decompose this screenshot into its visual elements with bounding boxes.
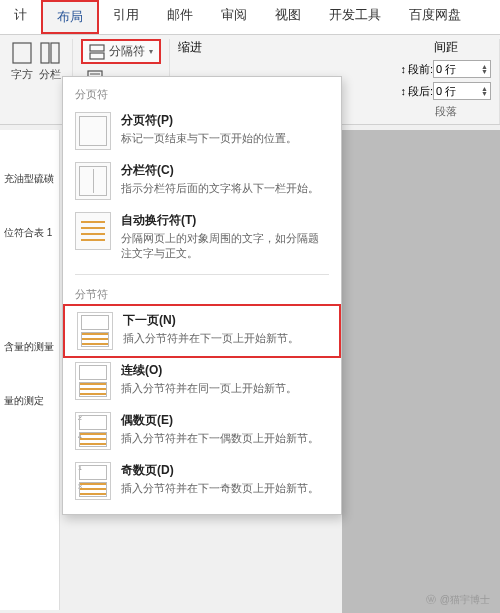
svg-rect-4 — [90, 53, 104, 59]
tab-devtools[interactable]: 开发工具 — [315, 0, 395, 34]
tab-design[interactable]: 计 — [0, 0, 41, 34]
menu-item-title: 自动换行符(T) — [121, 212, 329, 229]
menu-item-desc: 插入分节符并在下一页上开始新节。 — [123, 331, 327, 346]
menu-item-desc: 插入分节符并在下一偶数页上开始新节。 — [121, 431, 329, 446]
odd-page-icon: 13 — [75, 462, 111, 500]
columns-label: 分栏 — [39, 67, 61, 82]
spinner-arrows-icon[interactable]: ▲▼ — [481, 86, 488, 96]
paragraph-group-label: 段落 — [435, 104, 457, 119]
breaks-button[interactable]: 分隔符 ▾ — [81, 39, 161, 64]
columns-button[interactable]: 分栏 — [36, 39, 64, 84]
tab-review[interactable]: 审阅 — [207, 0, 261, 34]
next-page-icon — [77, 312, 113, 350]
text-direction-button[interactable]: 字方 — [8, 39, 36, 84]
menu-section-sectionbreaks: 分节符 — [63, 281, 341, 306]
spacing-after-label: 段后: — [408, 84, 433, 99]
menu-item-title: 分栏符(C) — [121, 162, 329, 179]
tab-view[interactable]: 视图 — [261, 0, 315, 34]
spacing-after-spinner[interactable]: 0 行 ▲▼ — [433, 82, 491, 100]
continuous-icon — [75, 362, 111, 400]
tab-layout[interactable]: 布局 — [41, 0, 99, 34]
ribbon-tabs: 计 布局 引用 邮件 审阅 视图 开发工具 百度网盘 — [0, 0, 500, 35]
menu-item-desc: 标记一页结束与下一页开始的位置。 — [121, 131, 329, 146]
spacing-before-label: 段前: — [408, 62, 433, 77]
menu-item-page-break[interactable]: 分页符(P) 标记一页结束与下一页开始的位置。 — [63, 106, 341, 156]
text-direction-label: 字方 — [11, 67, 33, 82]
menu-item-desc: 指示分栏符后面的文字将从下一栏开始。 — [121, 181, 329, 196]
menu-item-continuous[interactable]: 连续(O) 插入分节符并在同一页上开始新节。 — [63, 356, 341, 406]
svg-rect-3 — [90, 45, 104, 51]
document-background — [342, 130, 500, 613]
doc-text-line: 量的测定 — [4, 394, 55, 408]
menu-item-desc: 插入分节符并在下一奇数页上开始新节。 — [121, 481, 329, 496]
spinner-arrows-icon[interactable]: ▲▼ — [481, 64, 488, 74]
svg-rect-2 — [51, 43, 59, 63]
spacing-heading: 间距 — [400, 39, 491, 56]
menu-item-even-page[interactable]: 24 偶数页(E) 插入分节符并在下一偶数页上开始新节。 — [63, 406, 341, 456]
doc-text-line: 充油型硫磺 — [4, 172, 55, 186]
menu-item-title: 分页符(P) — [121, 112, 329, 129]
menu-item-title: 下一页(N) — [123, 312, 327, 329]
spacing-after-icon: ↕ — [400, 85, 406, 97]
breaks-dropdown-menu: 分页符 分页符(P) 标记一页结束与下一页开始的位置。 分栏符(C) 指示分栏符… — [62, 76, 342, 515]
spacing-before-value: 0 行 — [436, 62, 456, 77]
menu-item-title: 连续(O) — [121, 362, 329, 379]
menu-item-title: 偶数页(E) — [121, 412, 329, 429]
tab-mailings[interactable]: 邮件 — [153, 0, 207, 34]
tab-references[interactable]: 引用 — [99, 0, 153, 34]
menu-separator — [75, 274, 329, 275]
menu-section-pagebreaks: 分页符 — [63, 81, 341, 106]
doc-text-line: 位符合表 1 — [4, 226, 55, 240]
breaks-label: 分隔符 — [109, 43, 145, 60]
spacing-after-value: 0 行 — [436, 84, 456, 99]
spacing-before-icon: ↕ — [400, 63, 406, 75]
indent-heading: 缩进 — [178, 39, 202, 56]
menu-item-column-break[interactable]: 分栏符(C) 指示分栏符后面的文字将从下一栏开始。 — [63, 156, 341, 206]
menu-item-desc: 分隔网页上的对象周围的文字，如分隔题注文字与正文。 — [121, 231, 329, 262]
page-break-icon — [75, 112, 111, 150]
document-area[interactable]: 充油型硫磺 位符合表 1 含量的测量 量的测定 — [0, 130, 60, 610]
watermark: ⓦ @猫宇博士 — [426, 593, 490, 607]
menu-item-odd-page[interactable]: 13 奇数页(D) 插入分节符并在下一奇数页上开始新节。 — [63, 456, 341, 506]
column-break-icon — [75, 162, 111, 200]
menu-item-desc: 插入分节符并在同一页上开始新节。 — [121, 381, 329, 396]
svg-rect-0 — [13, 43, 31, 63]
text-wrap-icon — [75, 212, 111, 250]
spacing-before-spinner[interactable]: 0 行 ▲▼ — [433, 60, 491, 78]
menu-item-text-wrap-break[interactable]: 自动换行符(T) 分隔网页上的对象周围的文字，如分隔题注文字与正文。 — [63, 206, 341, 268]
chevron-down-icon: ▾ — [149, 47, 153, 56]
weibo-icon: ⓦ — [426, 593, 436, 607]
tab-baidu[interactable]: 百度网盘 — [395, 0, 475, 34]
menu-item-title: 奇数页(D) — [121, 462, 329, 479]
even-page-icon: 24 — [75, 412, 111, 450]
watermark-text: @猫宇博士 — [440, 593, 490, 607]
menu-item-next-page[interactable]: 下一页(N) 插入分节符并在下一页上开始新节。 — [63, 304, 341, 358]
doc-text-line: 含量的测量 — [4, 340, 55, 354]
svg-rect-1 — [41, 43, 49, 63]
